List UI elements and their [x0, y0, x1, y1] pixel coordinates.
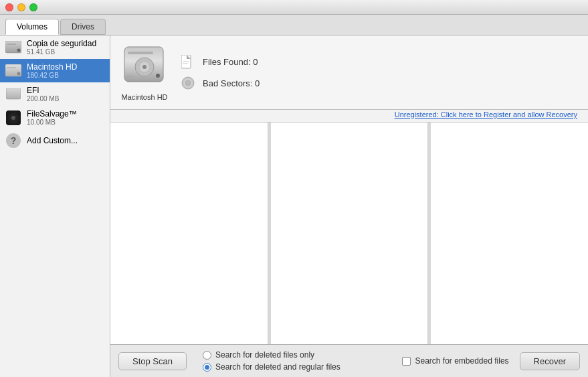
- copia-size: 51.41 GB: [27, 48, 96, 56]
- file-column-3: [431, 123, 588, 344]
- bad-sectors-label: Bad Sectors: 0: [203, 78, 260, 88]
- hdd-icon-macintosh: [5, 63, 21, 79]
- radio-deleted-regular-label: Search for deleted and regular files: [215, 362, 340, 372]
- efi-name: EFI: [27, 86, 59, 95]
- radio-deleted-regular-btn[interactable]: [203, 363, 211, 372]
- file-list-area: [110, 123, 588, 344]
- file-column-2: [271, 123, 429, 344]
- radio-deleted-regular[interactable]: Search for deleted and regular files: [203, 362, 381, 372]
- disk-stats: Files Found: 0: [181, 55, 260, 90]
- sidebar-item-add-custom[interactable]: ? Add Custom...: [0, 129, 110, 152]
- disk-info-panel: Macintosh HD: [110, 35, 588, 110]
- top-info-area: Macintosh HD: [110, 35, 588, 123]
- svg-rect-5: [7, 67, 16, 68]
- efi-text: EFI 200.00 MB: [27, 86, 59, 102]
- disk-visual: Macintosh HD: [121, 44, 168, 101]
- sidebar-item-macintosh-hd[interactable]: Macintosh HD 180.42 GB: [0, 59, 110, 82]
- tabs-row: Volumes Drives: [0, 15, 588, 35]
- radio-deleted-only-btn[interactable]: [203, 351, 211, 360]
- svg-rect-15: [126, 76, 134, 77]
- embedded-label: Search for embedded files: [415, 356, 508, 366]
- svg-rect-10: [128, 52, 153, 54]
- radio-deleted-only[interactable]: Search for deleted files only: [203, 350, 381, 360]
- copia-name: Copia de seguridad: [27, 39, 96, 48]
- svg-rect-6: [6, 88, 21, 99]
- svg-point-1: [17, 48, 21, 52]
- filesalvage-name: FileSalvage™: [27, 109, 77, 119]
- svg-rect-2: [7, 44, 16, 45]
- recover-button[interactable]: Recover: [520, 352, 580, 370]
- search-options: Search for deleted files only Search for…: [197, 350, 381, 372]
- macintosh-hd-name: Macintosh HD: [27, 62, 77, 72]
- tab-drives[interactable]: Drives: [60, 19, 106, 35]
- add-custom-icon: ?: [5, 133, 21, 149]
- macintosh-hd-text: Macintosh HD 180.42 GB: [27, 62, 77, 79]
- bad-sectors-row: Bad Sectors: 0: [181, 76, 260, 90]
- filesalvage-size: 10.00 MB: [27, 119, 77, 126]
- content-area: Copia de seguridad 51.41 GB: [0, 35, 588, 377]
- copia-text: Copia de seguridad 51.41 GB: [27, 39, 96, 56]
- hdd-icon-copia: [5, 40, 21, 56]
- embedded-checkbox[interactable]: [402, 357, 411, 366]
- bottom-left: Stop Scan: [118, 352, 187, 370]
- embedded-option[interactable]: Search for embedded files: [391, 356, 508, 366]
- close-button[interactable]: [5, 3, 13, 11]
- file-columns: [110, 123, 588, 344]
- maximize-button[interactable]: [29, 3, 37, 11]
- svg-point-21: [185, 80, 191, 86]
- traffic-lights: [5, 3, 37, 11]
- register-link[interactable]: Unregistered: Click here to Register and…: [389, 108, 583, 121]
- efi-size: 200.00 MB: [27, 95, 59, 102]
- disk-name-label: Macintosh HD: [121, 93, 167, 101]
- files-found-row: Files Found: 0: [181, 55, 260, 68]
- efi-icon: [5, 86, 21, 102]
- svg-rect-18: [183, 61, 189, 62]
- filesalvage-icon: [5, 110, 21, 126]
- filesalvage-text: FileSalvage™ 10.00 MB: [27, 109, 77, 126]
- sidebar-item-efi[interactable]: EFI 200.00 MB: [0, 82, 110, 106]
- file-column-1: [110, 123, 268, 344]
- tab-volumes[interactable]: Volumes: [5, 19, 59, 35]
- svg-point-4: [17, 72, 21, 75]
- file-icon: [181, 55, 195, 68]
- svg-rect-19: [183, 63, 188, 64]
- bad-sector-icon: [181, 76, 195, 90]
- add-custom-text: Add Custom...: [27, 136, 78, 145]
- title-bar: [0, 0, 588, 15]
- add-custom-name: Add Custom...: [27, 136, 78, 145]
- radio-deleted-only-label: Search for deleted files only: [215, 350, 314, 360]
- svg-point-13: [142, 65, 146, 69]
- bottom-right: Recover: [520, 352, 580, 370]
- bottom-toolbar: Stop Scan Search for deleted files only …: [110, 344, 588, 377]
- sidebar-item-filesalvage[interactable]: FileSalvage™ 10.00 MB: [0, 106, 110, 129]
- sidebar-item-copia[interactable]: Copia de seguridad 51.41 GB: [0, 35, 110, 59]
- minimize-button[interactable]: [17, 3, 25, 11]
- files-found-label: Files Found: 0: [203, 57, 258, 67]
- stop-scan-button[interactable]: Stop Scan: [118, 352, 187, 370]
- svg-point-8: [11, 116, 15, 120]
- main-panel: Macintosh HD: [110, 35, 588, 377]
- app-container: Volumes Drives: [0, 15, 588, 377]
- sidebar: Copia de seguridad 51.41 GB: [0, 35, 110, 377]
- register-bar: Unregistered: Click here to Register and…: [110, 110, 588, 122]
- svg-point-14: [156, 74, 160, 78]
- macintosh-hd-graphic: [121, 44, 168, 90]
- macintosh-hd-size: 180.42 GB: [27, 72, 77, 79]
